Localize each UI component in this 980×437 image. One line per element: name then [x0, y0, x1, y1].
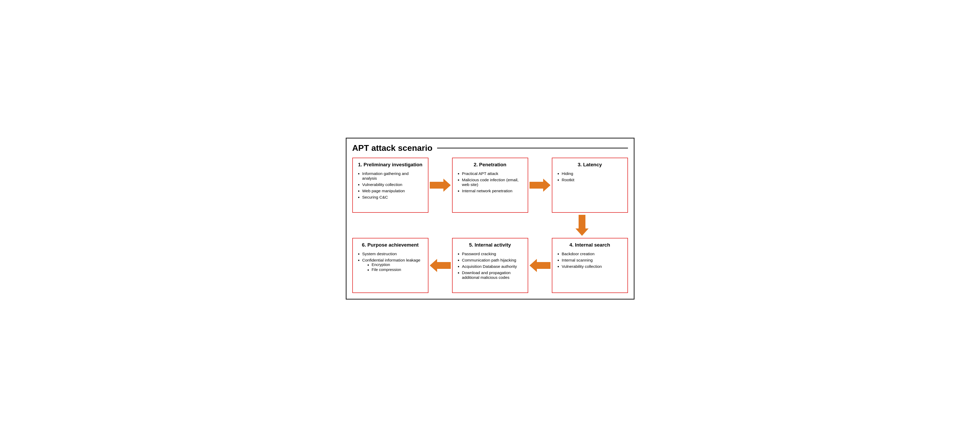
phase1-title: 1. Preliminary investigation — [358, 162, 423, 168]
phase6-list: System destruction Confidential informat… — [358, 252, 423, 272]
phase4-item-1: Backdoor creation — [557, 252, 623, 256]
arrow-5-6 — [428, 258, 452, 272]
phase2-list: Practical APT attack Malicious code infe… — [457, 171, 523, 193]
phase6-sub-2: File compression — [367, 268, 423, 272]
phase2-item-3: Internal network penetration — [457, 188, 523, 193]
phase5-item-4: Download and propagation additional mali… — [457, 271, 523, 280]
down-arrow-icon — [575, 215, 589, 236]
svg-marker-3 — [430, 259, 451, 272]
top-row: 1. Preliminary investigation Information… — [352, 158, 628, 213]
phase5-item-3: Acquisition Database authority — [457, 264, 523, 269]
phase2-item-1: Practical APT attack — [457, 171, 523, 176]
phase4-box: 4. Internal search Backdoor creation Int… — [552, 238, 628, 293]
phase2-box: 2. Penetration Practical APT attack Mali… — [452, 158, 528, 213]
phase1-item-2: Vulnerability collection — [358, 182, 423, 187]
phase6-box: 6. Purpose achievement System destructio… — [352, 238, 428, 293]
left-arrow-icon — [430, 258, 451, 272]
phase6-item-1: System destruction — [358, 252, 423, 256]
diagram-grid: 1. Preliminary investigation Information… — [352, 158, 628, 293]
svg-marker-4 — [530, 259, 550, 272]
phase5-item-1: Password cracking — [457, 252, 523, 256]
phase1-item-1: Information gathering and analysis — [358, 171, 423, 181]
svg-marker-2 — [576, 215, 589, 236]
phase4-title: 4. Internal search — [557, 242, 623, 248]
phase1-box: 1. Preliminary investigation Information… — [352, 158, 428, 213]
outer-box: APT attack scenario 1. Preliminary inves… — [346, 138, 635, 299]
svg-marker-1 — [530, 179, 550, 192]
svg-marker-0 — [430, 179, 451, 192]
phase6-item-2: Confidential information leakage Encrypt… — [358, 258, 423, 272]
main-title: APT attack scenario — [352, 143, 628, 153]
phase1-list: Information gathering and analysis Vulne… — [358, 171, 423, 200]
phase5-title: 5. Internal activity — [457, 242, 523, 248]
phase4-item-2: Internal scanning — [557, 258, 623, 263]
arrow-3-4-container — [536, 217, 628, 233]
phase4-item-3: Vulnerability collection — [557, 264, 623, 269]
left-arrow-icon-2 — [530, 258, 550, 272]
connector-row — [352, 217, 628, 233]
phase2-item-2: Malicious code infection (email, web sit… — [457, 177, 523, 187]
arrow-4-5 — [528, 258, 552, 272]
phase4-list: Backdoor creation Internal scanning Vuln… — [557, 252, 623, 269]
phase1-item-3: Web page manipulation — [358, 188, 423, 193]
phase5-list: Password cracking Communication path hij… — [457, 252, 523, 280]
phase3-title: 3. Latency — [557, 162, 623, 168]
phase5-item-2: Communication path hijacking — [457, 258, 523, 263]
arrow-1-2 — [428, 178, 452, 192]
title-text: APT attack scenario — [352, 143, 433, 153]
phase3-item-1: Hiding — [557, 171, 623, 176]
phase1-item-4: Securing C&C — [358, 195, 423, 200]
phase6-sub-1: Encryption — [367, 263, 423, 267]
phase3-item-2: Rootkit — [557, 177, 623, 182]
arrow-2-3 — [528, 178, 552, 192]
phase2-title: 2. Penetration — [457, 162, 523, 168]
bottom-row: 6. Purpose achievement System destructio… — [352, 238, 628, 293]
right-arrow-icon — [430, 178, 451, 192]
phase6-title: 6. Purpose achievement — [358, 242, 423, 248]
phase5-box: 5. Internal activity Password cracking C… — [452, 238, 528, 293]
phase3-list: Hiding Rootkit — [557, 171, 623, 182]
right-arrow-icon-2 — [530, 178, 550, 192]
phase3-box: 3. Latency Hiding Rootkit — [552, 158, 628, 213]
phase6-sublist: Encryption File compression — [367, 263, 423, 272]
